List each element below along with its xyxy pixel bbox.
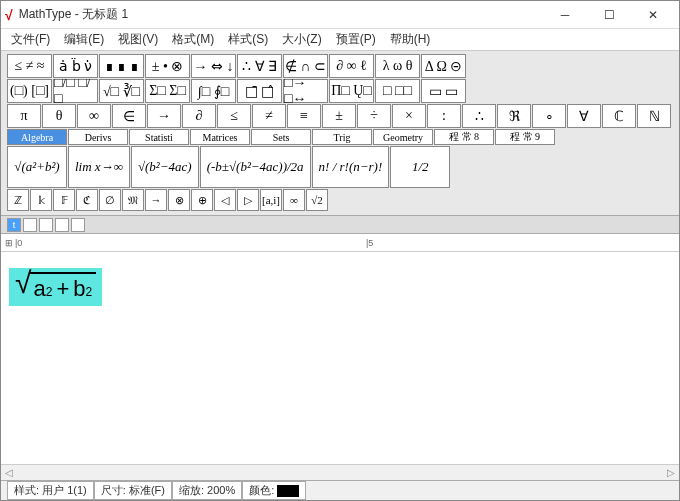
palette-glyph-13[interactable]: ∴ [462, 104, 496, 128]
menu-编辑(E)[interactable]: 编辑(E) [58, 29, 110, 50]
doc-tab-4[interactable] [71, 218, 85, 232]
doc-tab-0[interactable]: t [7, 218, 21, 232]
menu-格式(M)[interactable]: 格式(M) [166, 29, 220, 50]
palette-glyph-4[interactable]: → [147, 104, 181, 128]
palette-template-3[interactable]: Σ□ Σ□ [145, 79, 190, 103]
palette-glyph-17[interactable]: ℂ [602, 104, 636, 128]
palette-symbol-6[interactable]: ∉ ∩ ⊂ [283, 54, 328, 78]
menubar: 文件(F)编辑(E)视图(V)格式(M)样式(S)大小(Z)预置(P)帮助(H) [1, 29, 679, 51]
scroll-left-icon[interactable]: ◁ [5, 467, 13, 478]
scroll-right-icon[interactable]: ▷ [667, 467, 675, 478]
palette-glyph-15[interactable]: ∘ [532, 104, 566, 128]
palette-glyph-11[interactable]: × [392, 104, 426, 128]
palette-glyph-14[interactable]: ℜ [497, 104, 531, 128]
palette-glyph-16[interactable]: ∀ [567, 104, 601, 128]
palette-tab-2[interactable]: Statisti [129, 129, 189, 145]
palette-symbol-4[interactable]: → ⇔ ↓ [191, 54, 236, 78]
palette-symbol-7[interactable]: ∂ ∞ ℓ [329, 54, 374, 78]
palette-template-4[interactable]: ∫□ ∮□ [191, 79, 236, 103]
palette-tiny-8[interactable]: ⊕ [191, 189, 213, 211]
palette-tiny-2[interactable]: 𝔽 [53, 189, 75, 211]
statusbar: 样式: 用户 1(1) 尺寸: 标准(F) 缩放: 200% 颜色: [1, 480, 679, 500]
color-swatch[interactable] [277, 485, 299, 497]
palette-template-1[interactable]: □/□ □/□ [53, 79, 98, 103]
palette-tab-3[interactable]: Matrices [190, 129, 250, 145]
window-title: MathType - 无标题 1 [19, 6, 543, 23]
palette-tab-8[interactable]: 程 常 9 [495, 129, 555, 145]
close-button[interactable]: ✕ [631, 1, 675, 29]
palette-tiny-7[interactable]: ⊗ [168, 189, 190, 211]
palette-tiny-11[interactable]: [a,i] [260, 189, 282, 211]
palette-symbol-1[interactable]: ȧ b̈ ν̇ [53, 54, 98, 78]
status-color-label: 颜色: [249, 484, 274, 496]
maximize-button[interactable]: ☐ [587, 1, 631, 29]
palette-formula-0[interactable]: √(a²+b²) [7, 146, 67, 188]
palette-tab-7[interactable]: 程 常 8 [434, 129, 494, 145]
palette-template-0[interactable]: (□) [□] [7, 79, 52, 103]
editor-area[interactable]: √ a2 + b2 [1, 252, 679, 464]
palette-symbol-0[interactable]: ≤ ≠ ≈ [7, 54, 52, 78]
palette-template-6[interactable]: □→ □↔ [283, 79, 328, 103]
palette-template-8[interactable]: □ □□ [375, 79, 420, 103]
minimize-button[interactable]: ─ [543, 1, 587, 29]
menu-文件(F)[interactable]: 文件(F) [5, 29, 56, 50]
scrollbar-h[interactable]: ◁ ▷ [1, 464, 679, 480]
doc-tab-3[interactable] [55, 218, 69, 232]
palette-glyph-9[interactable]: ± [322, 104, 356, 128]
palette-symbol-9[interactable]: Δ Ω ⊝ [421, 54, 466, 78]
palette-tiny-0[interactable]: ℤ [7, 189, 29, 211]
palette-symbol-5[interactable]: ∴ ∀ ∃ [237, 54, 282, 78]
palette-formula-2[interactable]: √(b²−4ac) [131, 146, 199, 188]
palette-glyph-0[interactable]: π [7, 104, 41, 128]
palette-tab-1[interactable]: Derivs [68, 129, 128, 145]
palette-template-9[interactable]: ▭ ▭ [421, 79, 466, 103]
palette-tiny-5[interactable]: 𝔐 [122, 189, 144, 211]
palette-template-5[interactable]: □̄ □̂ [237, 79, 282, 103]
menu-大小(Z)[interactable]: 大小(Z) [276, 29, 327, 50]
status-zoom-value: 200% [207, 484, 235, 496]
palette-template-7[interactable]: Π□ Ų□ [329, 79, 374, 103]
menu-视图(V)[interactable]: 视图(V) [112, 29, 164, 50]
doc-tab-2[interactable] [39, 218, 53, 232]
palette-tab-5[interactable]: Trig [312, 129, 372, 145]
palette-glyph-10[interactable]: ÷ [357, 104, 391, 128]
palette-tab-4[interactable]: Sets [251, 129, 311, 145]
menu-样式(S)[interactable]: 样式(S) [222, 29, 274, 50]
palette-symbol-3[interactable]: ± • ⊗ [145, 54, 190, 78]
status-size-value: 标准(F) [129, 484, 165, 496]
palette-tiny-9[interactable]: ◁ [214, 189, 236, 211]
palette-tiny-13[interactable]: √2 [306, 189, 328, 211]
palette-glyph-12[interactable]: : [427, 104, 461, 128]
status-style-label: 样式: [14, 484, 39, 496]
palette-tab-6[interactable]: Geometry [373, 129, 433, 145]
palette-glyph-5[interactable]: ∂ [182, 104, 216, 128]
menu-预置(P)[interactable]: 预置(P) [330, 29, 382, 50]
palette-glyph-7[interactable]: ≠ [252, 104, 286, 128]
palette-tiny-1[interactable]: 𝕜 [30, 189, 52, 211]
palette-tiny-6[interactable]: → [145, 189, 167, 211]
menu-帮助(H)[interactable]: 帮助(H) [384, 29, 437, 50]
palette-tab-0[interactable]: Algebra [7, 129, 67, 145]
doc-tab-1[interactable] [23, 218, 37, 232]
palette-formula-5[interactable]: 1/2 [390, 146, 450, 188]
palette-tiny-4[interactable]: ∅ [99, 189, 121, 211]
formula-selection[interactable]: √ a2 + b2 [9, 268, 102, 306]
palette-tiny-3[interactable]: ℭ [76, 189, 98, 211]
palette-glyph-3[interactable]: ∈ [112, 104, 146, 128]
plus-sign: + [52, 276, 73, 302]
palette-glyph-8[interactable]: ≡ [287, 104, 321, 128]
palette-glyph-1[interactable]: θ [42, 104, 76, 128]
titlebar: √ MathType - 无标题 1 ─ ☐ ✕ [1, 1, 679, 29]
palette-formula-4[interactable]: n! / r!(n−r)! [312, 146, 390, 188]
palette-tiny-12[interactable]: ∞ [283, 189, 305, 211]
palette-formula-1[interactable]: lim x→∞ [68, 146, 130, 188]
term-b-sup: 2 [86, 285, 93, 299]
palette-symbol-8[interactable]: λ ω θ [375, 54, 420, 78]
palette-glyph-18[interactable]: ℕ [637, 104, 671, 128]
palette-glyph-2[interactable]: ∞ [77, 104, 111, 128]
palette-template-2[interactable]: √□ ∛□ [99, 79, 144, 103]
palette-tiny-10[interactable]: ▷ [237, 189, 259, 211]
palette-formula-3[interactable]: (-b±√(b²−4ac))/2a [200, 146, 311, 188]
palette-glyph-6[interactable]: ≤ [217, 104, 251, 128]
palette-symbol-2[interactable]: ∎ ∎ ∎ [99, 54, 144, 78]
